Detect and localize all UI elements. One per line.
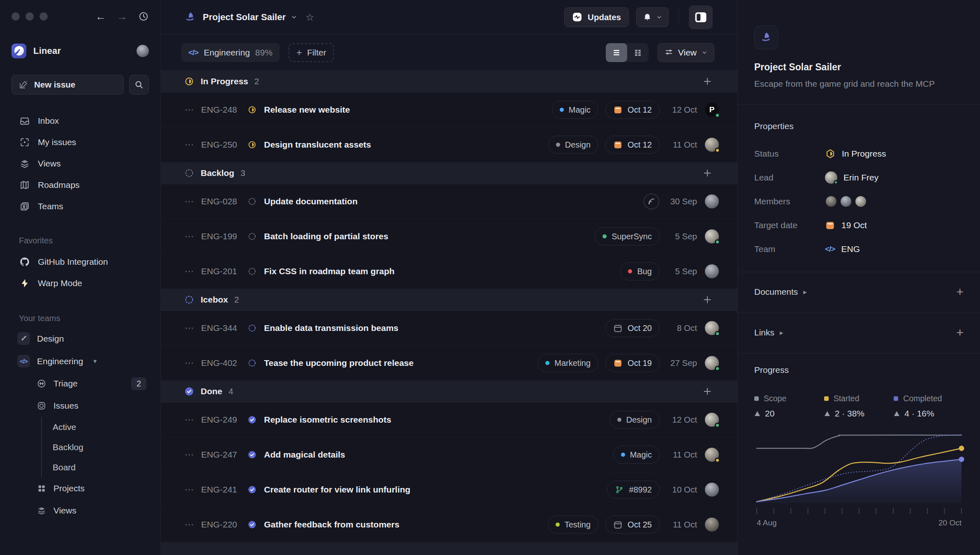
status-done-icon[interactable] (248, 416, 256, 424)
signal-circle-icon[interactable] (643, 193, 660, 210)
assignee-avatar[interactable] (705, 518, 719, 532)
assignee-avatar[interactable] (705, 356, 719, 370)
back-arrow-icon[interactable]: ← (95, 10, 106, 23)
assignee-avatar[interactable] (705, 321, 719, 335)
property-lead[interactable]: Lead Erin Frey (754, 166, 964, 190)
list-view-button[interactable] (606, 43, 627, 62)
section-header[interactable]: In Progress2 (161, 71, 737, 92)
sidebar-item-projects[interactable]: Projects (12, 477, 149, 500)
due-date-chip[interactable]: Oct 12 (605, 101, 660, 119)
status-done-icon[interactable] (248, 486, 256, 494)
team-design[interactable]: Design (12, 327, 149, 350)
add-issue-button[interactable] (702, 294, 713, 305)
assignee-avatar[interactable] (705, 483, 719, 497)
status-in-progress-icon[interactable] (248, 106, 256, 114)
issue-row[interactable]: ⋯ENG-344Enable data transmission beamsOc… (161, 311, 737, 346)
window-dot[interactable] (25, 12, 34, 21)
status-done-icon[interactable] (248, 451, 256, 459)
sidebar-item-active[interactable]: Active (42, 417, 149, 437)
add-issue-button[interactable] (702, 76, 713, 87)
workspace-name[interactable]: Linear (33, 46, 61, 56)
window-dot[interactable] (12, 12, 20, 21)
assignee-avatar[interactable] (705, 448, 719, 462)
issue-title[interactable]: Design translucent assets (264, 140, 371, 150)
issue-title[interactable]: Replace isometric screenshots (264, 415, 391, 425)
issue-row[interactable]: ⋯ENG-201Fix CSS in roadmap team graphBug… (161, 254, 737, 289)
add-link-button[interactable]: + (956, 326, 964, 340)
issue-row[interactable]: ⋯ENG-220Gather feedback from customersTe… (161, 507, 737, 542)
favorite-github-integration[interactable]: GitHub Integration (12, 251, 149, 273)
issue-title[interactable]: Create router for view link unfurling (264, 485, 410, 495)
row-menu-dots[interactable]: ⋯ (185, 139, 196, 150)
property-team[interactable]: Team </> ENG (754, 237, 964, 261)
row-menu-dots[interactable]: ⋯ (185, 358, 196, 368)
issue-title[interactable]: Enable data transmission beams (264, 323, 398, 333)
issue-title[interactable]: Batch loading of partial stores (264, 231, 388, 241)
links-section-row[interactable]: Links ▸ + (754, 320, 964, 345)
section-header[interactable]: Backlog3 (161, 162, 737, 184)
label-chip[interactable]: Magic (613, 446, 660, 464)
add-issue-button[interactable] (702, 168, 713, 178)
sidebar-item-views[interactable]: Views (12, 153, 149, 174)
assignee-avatar[interactable] (705, 413, 719, 427)
label-chip[interactable]: Design (609, 411, 660, 429)
favorite-star-icon[interactable]: ☆ (306, 12, 315, 23)
row-menu-dots[interactable]: ⋯ (185, 414, 196, 425)
chevron-down-icon[interactable] (291, 14, 297, 21)
issue-row[interactable]: ⋯ENG-250Design translucent assetsDesignO… (161, 127, 737, 162)
issue-row[interactable]: ⋯ENG-402Tease the upcoming product relea… (161, 346, 737, 381)
board-view-button[interactable] (627, 43, 649, 62)
forward-arrow-icon[interactable]: → (117, 10, 127, 23)
label-chip[interactable]: Design (548, 136, 598, 154)
team-engineering[interactable]: </> Engineering ▾ (12, 350, 149, 372)
status-in-progress-icon[interactable] (248, 141, 256, 149)
window-dot[interactable] (39, 12, 48, 21)
issue-row[interactable]: ⋯ENG-241Create router for view link unfu… (161, 472, 737, 507)
row-menu-dots[interactable]: ⋯ (185, 449, 196, 460)
issue-title[interactable]: Update documentation (264, 197, 358, 206)
add-document-button[interactable]: + (956, 285, 964, 299)
assignee-avatar[interactable] (705, 138, 719, 152)
status-done-icon[interactable] (248, 520, 256, 529)
property-status[interactable]: Status In Progress (754, 142, 964, 166)
row-menu-dots[interactable]: ⋯ (185, 231, 196, 242)
sidebar-item-issues[interactable]: Issues (12, 395, 149, 417)
history-icon[interactable] (138, 11, 149, 22)
due-date-chip[interactable]: Oct 20 (605, 319, 660, 337)
row-menu-dots[interactable]: ⋯ (185, 484, 196, 495)
row-menu-dots[interactable]: ⋯ (185, 266, 196, 277)
row-menu-dots[interactable]: ⋯ (185, 196, 196, 207)
new-issue-button[interactable]: New issue (12, 75, 124, 95)
workspace-logo-icon[interactable] (12, 44, 26, 58)
label-chip[interactable]: Testing (548, 516, 598, 534)
add-issue-button[interactable] (702, 386, 713, 397)
label-chip[interactable]: SuperSync (595, 227, 660, 245)
issue-title[interactable]: Tease the upcoming product release (264, 358, 414, 368)
issue-row[interactable]: ⋯ENG-247Add magical detailsMagic11 Oct (161, 437, 737, 472)
due-date-chip[interactable]: Oct 12 (605, 136, 660, 154)
sidebar-item-roadmaps[interactable]: Roadmaps (12, 174, 149, 196)
issue-title[interactable]: Add magical details (264, 450, 345, 460)
assignee-avatar[interactable]: P (705, 103, 719, 117)
section-header[interactable]: Done4 (161, 381, 737, 402)
row-menu-dots[interactable]: ⋯ (185, 104, 196, 115)
status-icebox-icon[interactable] (248, 359, 256, 367)
issue-title[interactable]: Release new website (264, 105, 350, 115)
due-date-chip[interactable]: Oct 19 (605, 354, 660, 372)
due-date-chip[interactable]: Oct 25 (605, 516, 660, 534)
favorite-warp-mode[interactable]: Warp Mode (12, 273, 149, 294)
view-options-button[interactable]: View (658, 43, 714, 62)
property-target-date[interactable]: Target date 19 Oct (754, 213, 964, 237)
section-header[interactable]: Icebox2 (161, 289, 737, 311)
status-backlog-icon[interactable] (248, 232, 256, 240)
sidebar-item-my-issues[interactable]: My issues (12, 132, 149, 153)
right-panel-toggle-button[interactable] (689, 5, 713, 29)
status-backlog-icon[interactable] (248, 267, 256, 275)
status-backlog-icon[interactable] (248, 197, 256, 206)
team-filter-chip[interactable]: </> Engineering 89% (181, 43, 280, 62)
sidebar-item-board[interactable]: Board (42, 457, 149, 477)
updates-button[interactable]: Updates (564, 7, 629, 27)
user-avatar[interactable] (137, 45, 149, 57)
sidebar-item-triage[interactable]: Triage 2 (12, 372, 149, 395)
project-title[interactable]: Project Solar Sailer (203, 12, 286, 23)
